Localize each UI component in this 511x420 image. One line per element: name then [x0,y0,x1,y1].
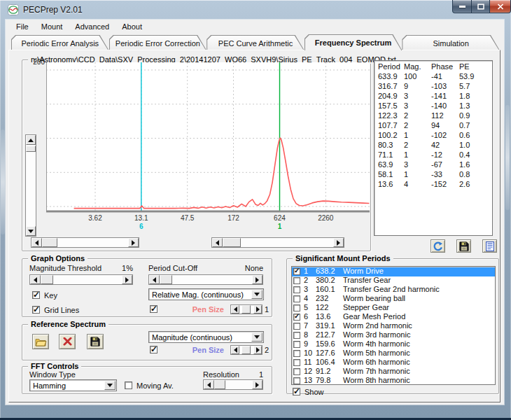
table-row[interactable]: 13.6 4 -152 2.6 [374,180,492,190]
scroll-left-button[interactable] [149,275,160,284]
scroll-right-button[interactable] [333,238,344,247]
scroll-right-button[interactable] [122,275,132,284]
scroll-left-button[interactable] [30,275,41,284]
table-row[interactable]: 316.7 9 -103 5.7 [374,82,492,92]
window-type-dropdown[interactable]: Hamming [29,379,117,391]
period-cutoff-slider[interactable] [148,274,263,285]
window-type-label: Window Type [29,370,76,379]
scrollbar-thumb[interactable] [26,146,36,152]
period-checkbox[interactable] [293,268,300,275]
spectrum-pen-checkbox[interactable] [150,305,158,313]
scroll-left-button[interactable] [212,238,223,247]
scroll-up-button[interactable] [26,135,36,145]
scroll-right-button[interactable] [128,238,139,247]
period-checkbox[interactable] [293,377,300,384]
close-button[interactable] [490,0,511,13]
spectrum-peaks-list[interactable]: Period Mag. Phase PE 633.9 100 -41 53.9 [374,60,493,236]
arrow-left-icon [231,307,237,312]
clear-reference-button[interactable] [59,334,76,349]
scrollbar-thumb[interactable] [223,238,241,247]
dropdown-button[interactable] [104,381,115,390]
period-checkbox[interactable] [293,341,300,348]
scroll-left-button[interactable] [231,346,239,354]
period-checkbox[interactable] [293,323,300,330]
mount-periods-list[interactable]: 1 638.2 Worm Drive 2 380.2 Transfer Gear [291,266,496,385]
table-row[interactable]: 633.9 100 -41 53.9 [374,72,492,82]
slider-thumb[interactable] [241,346,251,354]
table-row[interactable]: 80.3 2 42 1.0 [374,141,492,150]
menu-item[interactable]: File [10,21,35,32]
menu-item[interactable]: Advanced [69,21,115,32]
grid-lines-checkbox[interactable] [32,306,40,314]
minimize-button[interactable] [452,0,472,13]
scroll-right-button[interactable] [253,346,262,354]
chart-vertical-scrollbar[interactable] [25,134,36,237]
scroll-left-button[interactable] [231,305,239,314]
table-row[interactable]: 157.5 3 -140 1.3 [374,102,492,111]
key-checkbox[interactable] [32,291,40,299]
show-label: Show [304,388,324,396]
tab[interactable]: Frequency Spectrum [304,34,402,50]
period-checkbox[interactable] [293,350,300,357]
period-checkbox[interactable] [293,359,300,366]
dropdown-button[interactable] [251,332,262,342]
tab[interactable]: Periodic Error Correction [109,35,207,50]
reference-mode-dropdown[interactable]: Magnitude (continuous) [148,331,264,343]
table-row[interactable]: 58.1 1 -33 0.8 [374,170,492,180]
show-checkbox[interactable] [293,388,300,396]
open-reference-button[interactable] [32,334,49,349]
slider-thumb[interactable] [214,380,225,389]
period-checkbox[interactable] [293,295,300,302]
table-row[interactable]: 100.2 1 -102 0.6 [374,131,492,141]
dropdown-button[interactable] [251,290,262,299]
refresh-button[interactable] [430,239,445,253]
magnitude-threshold-slider[interactable] [29,274,133,285]
tab[interactable]: PEC Curve Arithmetic [206,35,304,50]
list-item[interactable]: 13 79.8 Worm 8th harmonic [292,377,495,385]
slider-thumb[interactable] [160,275,172,284]
scroll-down-button[interactable] [26,226,36,236]
save-reference-button[interactable] [87,334,104,349]
period-checkbox[interactable] [293,286,300,293]
moving-av-checkbox[interactable] [125,382,132,389]
scroll-left-button[interactable] [31,238,42,247]
reference-pen-size-stepper[interactable] [230,345,262,355]
spectrum-mode-dropdown[interactable]: Relative Mag. (continuous) [148,288,264,300]
save-button[interactable] [456,239,471,253]
table-row[interactable]: 204.9 3 -141 1.8 [374,92,492,102]
chart-horizontal-scrollbar-right[interactable] [211,237,344,248]
period-checkbox[interactable] [293,304,300,312]
scroll-left-button[interactable] [204,380,214,389]
slider-thumb[interactable] [41,275,53,284]
scroll-right-button[interactable] [253,305,262,314]
title-bar[interactable]: PECPrep V2.01 [0,0,511,20]
menu-item[interactable]: Mount [35,21,69,32]
slider-thumb[interactable] [241,305,251,314]
report-button[interactable] [482,239,497,253]
spectrum-pen-size-stepper[interactable] [230,304,262,314]
table-row[interactable]: 122.3 2 112 0.9 [374,111,492,121]
mag-value: 2 [404,141,408,149]
period-name: Worm bearing ball [343,294,405,302]
phase-value: 94 [431,121,440,130]
maximize-button[interactable] [472,0,490,13]
phase-value: 112 [431,111,444,120]
period-checkbox[interactable] [293,277,300,284]
table-row[interactable]: 63.9 3 -67 1.6 [374,160,492,170]
menu-item[interactable]: About [115,21,148,32]
table-row[interactable]: 107.7 2 94 0.7 [374,121,492,131]
scroll-right-button[interactable] [252,380,262,389]
period-checkbox[interactable] [293,314,300,321]
phase-value: -102 [431,131,447,139]
resolution-slider[interactable] [203,379,263,390]
scroll-right-button[interactable] [252,275,262,284]
scrollbar-thumb[interactable] [42,238,57,247]
period-checkbox[interactable] [293,332,300,339]
period-checkbox[interactable] [293,368,300,375]
tab[interactable]: Simulation [402,35,500,50]
tab[interactable]: Periodic Error Analysis [11,35,109,50]
period-value: 91.2 [316,367,330,375]
table-row[interactable]: 71.1 1 -12 0.4 [374,150,492,160]
reference-pen-checkbox[interactable] [150,346,158,354]
chart-horizontal-scrollbar-left[interactable] [31,237,139,248]
